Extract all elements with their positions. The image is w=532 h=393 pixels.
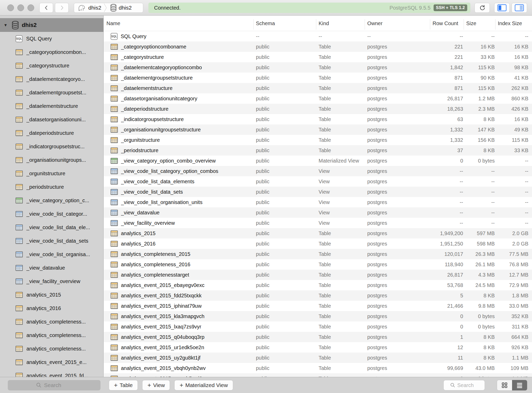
list-view-button[interactable] [512,380,527,390]
breadcrumb-database[interactable]: dhis2 [107,3,134,12]
add-materialized-view-button[interactable]: + Materialized View [174,380,233,390]
cell-owner: postgres [365,179,430,185]
sidebar-item[interactable]: _indicatorgroupsetstruc... [0,140,103,153]
close-button[interactable] [7,4,14,11]
table-row[interactable]: analytics_event_2015_ur1edk5oe2n public … [104,342,532,353]
sidebar-item[interactable]: analytics_completeness... [0,328,103,342]
toggle-right-sidebar-button[interactable] [512,3,527,13]
add-table-button[interactable]: + Table [109,380,138,390]
chevron-right-icon [59,5,65,11]
add-view-button[interactable]: + View [142,380,170,390]
sidebar-item[interactable]: analytics_2016 [0,301,103,315]
table-row[interactable]: _dateperiodstructure public Table postgr… [104,104,532,114]
sidebar-item[interactable]: _view_code_list_organisa... [0,248,103,261]
sidebar-item[interactable]: _dataelementcategoryo... [0,72,103,86]
table-row[interactable]: analytics_event_2015_ebayegv0exc public … [104,280,532,290]
table-row[interactable]: analytics_event_2015_q04uboqq3rp public … [104,332,532,342]
column-header[interactable]: Row Count [430,16,464,31]
cell-size: 0 bytes [464,324,495,330]
table-search-input[interactable] [457,382,479,388]
toggle-left-sidebar-button[interactable] [494,3,510,13]
zoom-button[interactable] [27,4,34,11]
grid-view-button[interactable] [497,380,512,390]
table-row[interactable]: analytics_completeness_2016 public Table… [104,259,532,270]
table-row[interactable]: _datasetorganisationunitcategory public … [104,93,532,104]
table-row[interactable]: analytics_2016 public Table postgres 1,9… [104,238,532,249]
table-row[interactable]: _categorystructure public Table postgres… [104,52,532,62]
sidebar-item[interactable]: analytics_completeness... [0,315,103,328]
table-search-field[interactable] [443,380,485,390]
column-header[interactable]: Owner [365,16,430,31]
table-icon [16,305,23,311]
refresh-button[interactable] [475,3,490,13]
table-row[interactable]: _dataelementgroupsetstructure public Tab… [104,73,532,83]
table-row[interactable]: analytics_event_2015_fdd25txqckk public … [104,290,532,301]
sidebar-item[interactable]: _dataelementgroupsetst... [0,86,103,99]
cell-row-count: -- [430,210,464,216]
table-row[interactable]: _dataelementcategoryoptioncombo public T… [104,62,532,73]
sidebar-item[interactable]: analytics_completeness... [0,342,103,355]
column-header[interactable]: Index Size [495,16,532,31]
table-row[interactable]: analytics_event_2015_kla3mapgvch public … [104,311,532,321]
forward-button[interactable] [55,3,69,13]
sidebar-database-header[interactable]: ▼ dhis2 [0,18,104,32]
table-row[interactable]: analytics_event_2015_wsgab5xwj3y public … [104,373,532,377]
sidebar-search-input[interactable] [44,382,73,388]
sidebar-item[interactable]: _view_code_list_data_sets [0,234,103,248]
column-header[interactable]: Kind [316,16,365,31]
cell-kind: Table [316,106,365,112]
sidebar-item[interactable]: analytics_2015 [0,288,103,301]
cell-kind: Table [316,54,365,60]
sidebar-item[interactable]: _datasetorganisationuni... [0,113,103,126]
minimize-button[interactable] [17,4,24,11]
table-row[interactable]: _organisationunitgroupsetstructure publi… [104,124,532,135]
search-icon [36,382,42,388]
sidebar-item[interactable]: _categoryoptioncombon... [0,45,103,59]
sidebar-search-field[interactable] [8,380,100,390]
table-row[interactable]: analytics_2015 public Table postgres 1,9… [104,228,532,238]
column-header[interactable]: Name [104,16,253,31]
table-row[interactable]: _categoryoptioncomboname public Table po… [104,41,532,52]
cell-row-count: 26,817 [430,272,464,278]
sidebar-item[interactable]: SQL SQL Query [0,32,103,45]
column-header[interactable]: Schema [253,16,316,31]
sidebar-item[interactable]: _view_datavalue [0,261,103,275]
table-row[interactable]: analytics_event_2015_lxaq7zs9vyr public … [104,321,532,332]
sidebar-item[interactable]: _view_code_list_data_ele... [0,221,103,234]
sidebar-item[interactable]: _view_category_option_c... [0,194,103,207]
table-row[interactable]: _view_code_list_organisation_units publi… [104,197,532,207]
table-row[interactable]: _view_facility_overview public View post… [104,218,532,228]
sidebar-item[interactable]: _categorystructure [0,59,103,72]
table-row[interactable]: _dataelementstructure public Table postg… [104,83,532,93]
table-row[interactable]: _view_category_option_combo_overview pub… [104,156,532,166]
sidebar-item[interactable]: _dataelementstructure [0,99,103,113]
sidebar-item[interactable]: _periodstructure [0,180,103,194]
table-row[interactable]: SQL SQL Query -- -- -- -- -- -- [104,31,532,41]
table-row[interactable]: _view_code_list_data_sets public View po… [104,187,532,197]
cell-size: -- [464,33,495,39]
sidebar-item[interactable]: analytics_event_2015_e... [0,355,103,369]
sidebar-item[interactable]: _view_code_list_categor... [0,207,103,221]
table-row[interactable]: analytics_event_2015_uy2gu8kt1jf public … [104,353,532,363]
cell-size: 8 KB [464,334,495,340]
sidebar-item[interactable]: analytics_event_2015_fd... [0,369,103,377]
breadcrumb-server[interactable]: dhis2 [74,3,104,12]
table-row[interactable]: _indicatorgroupsetstructure public Table… [104,114,532,124]
table-row[interactable]: _view_datavalue public View postgres -- … [104,207,532,218]
table-row[interactable]: _orgunitstructure public Table postgres … [104,135,532,145]
table-row[interactable]: analytics_event_2015_iphinat79uw public … [104,301,532,311]
sidebar-item[interactable]: _view_facility_overview [0,275,103,288]
back-button[interactable] [39,3,53,13]
cell-name: analytics_event_2015_q04uboqq3rp [104,334,253,340]
disclosure-triangle-icon[interactable]: ▼ [4,23,9,27]
sidebar-item[interactable]: _organisationunitgroups... [0,153,103,167]
sidebar-item[interactable]: _orgunitstructure [0,167,103,180]
column-header[interactable]: Size [464,16,495,31]
table-row[interactable]: _view_code_list_data_elements public Vie… [104,176,532,187]
table-row[interactable]: _periodstructure public Table postgres 3… [104,145,532,156]
table-row[interactable]: analytics_completenesstarget public Tabl… [104,270,532,280]
sidebar-item[interactable]: _dateperiodstructure [0,126,103,140]
table-row[interactable]: analytics_event_2015_vbqh0ynb2wv public … [104,363,532,373]
table-row[interactable]: analytics_completeness_2015 public Table… [104,249,532,259]
table-row[interactable]: _view_code_list_category_option_combos p… [104,166,532,176]
